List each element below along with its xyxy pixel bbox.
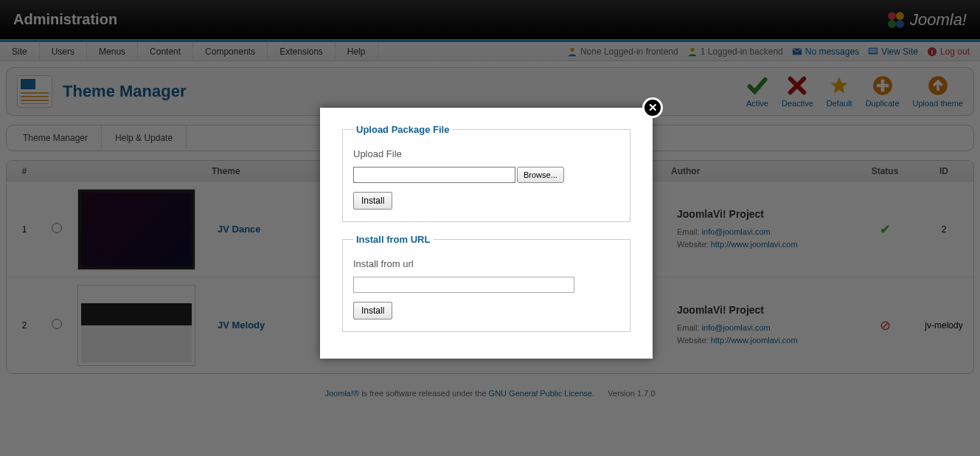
upload-modal: ✕ Upload Package File Upload File Browse… (320, 108, 653, 359)
close-icon: ✕ (648, 101, 658, 114)
upload-legend: Upload Package File (353, 124, 452, 135)
install-url-input[interactable] (353, 277, 574, 293)
modal-close-button[interactable]: ✕ (642, 97, 663, 118)
upload-file-label: Upload File (353, 148, 619, 159)
url-legend: Install from URL (353, 234, 433, 245)
install-url-panel: Install from URL Install from url Instal… (342, 234, 630, 332)
upload-package-panel: Upload Package File Upload File Browse..… (342, 124, 630, 222)
install-upload-button[interactable]: Install (353, 192, 392, 210)
install-url-button[interactable]: Install (353, 302, 392, 319)
upload-file-path-display (353, 167, 515, 183)
url-field-label: Install from url (353, 258, 619, 269)
browse-button[interactable]: Browse... (517, 167, 564, 183)
modal-body: Upload Package File Upload File Browse..… (320, 108, 653, 359)
